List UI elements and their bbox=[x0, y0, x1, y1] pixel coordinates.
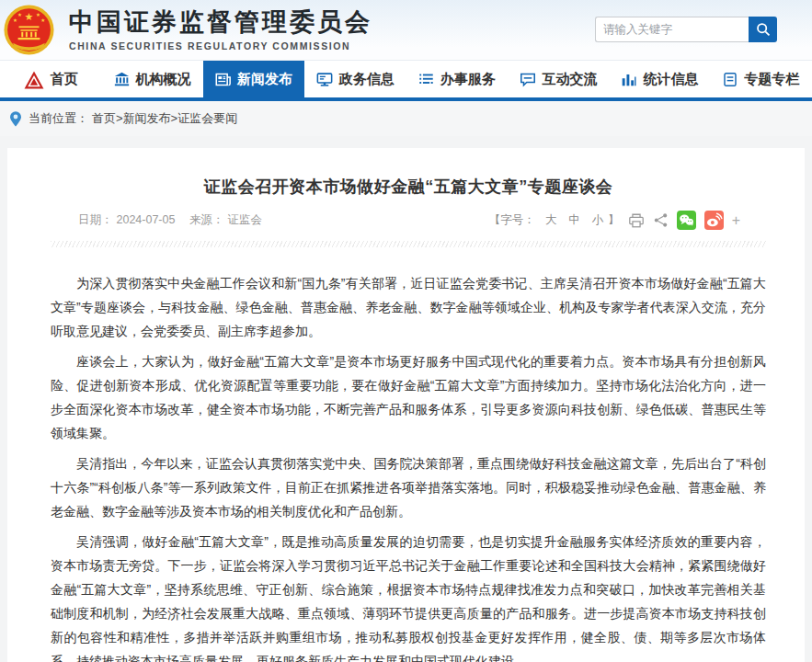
topics-doc-icon bbox=[723, 72, 738, 87]
font-size-medium-button[interactable]: 中 bbox=[568, 212, 580, 228]
weibo-share-icon[interactable] bbox=[704, 211, 724, 230]
article-paragraph: 为深入贯彻落实中央金融工作会议和新“国九条”有关部署，近日证监会党委书记、主席吴… bbox=[51, 271, 766, 343]
nav-item-interaction[interactable]: 互动交流 bbox=[508, 61, 609, 101]
nav-label: 互动交流 bbox=[543, 71, 598, 88]
article-meta-row: 日期：2024-07-05 来源：证监会 【字号： 大 中 小 】 bbox=[51, 211, 766, 230]
font-size-small-button[interactable]: 小 bbox=[592, 212, 604, 228]
nav-item-news[interactable]: 新闻发布 bbox=[203, 61, 304, 101]
csrc-logo-icon bbox=[24, 71, 44, 89]
font-size-prefix: 【字号： bbox=[489, 212, 535, 228]
site-title: 中国证券监督管理委员会 bbox=[69, 8, 372, 37]
nav-label: 专题专栏 bbox=[744, 71, 799, 88]
article-title: 证监会召开资本市场做好金融“五篇大文章”专题座谈会 bbox=[51, 176, 766, 198]
svg-text:★: ★ bbox=[25, 10, 34, 22]
chat-bubble-icon bbox=[520, 72, 536, 87]
nav-item-gov-info[interactable]: 政务信息 bbox=[304, 61, 406, 101]
content-area: 证监会召开资本市场做好金融“五篇大文章”专题座谈会 日期：2024-07-05 … bbox=[0, 148, 812, 662]
nav-label: 办事服务 bbox=[440, 71, 496, 88]
service-list-icon bbox=[418, 72, 434, 87]
svg-text:★: ★ bbox=[13, 17, 17, 23]
separator bbox=[51, 241, 766, 247]
nav-item-statistics[interactable]: 统计信息 bbox=[609, 61, 710, 101]
more-share-button[interactable]: + bbox=[732, 213, 740, 228]
nav-label: 新闻发布 bbox=[237, 71, 292, 88]
newspaper-icon bbox=[215, 72, 231, 87]
print-icon[interactable] bbox=[628, 212, 645, 229]
svg-text:★: ★ bbox=[40, 17, 45, 23]
source-label: 来源： bbox=[189, 213, 224, 226]
share-icon[interactable] bbox=[653, 212, 669, 228]
national-emblem-icon: ★ ★ ★ ★ ★ bbox=[4, 5, 54, 59]
nav-item-about[interactable]: 机构概况 bbox=[101, 61, 202, 101]
search-icon bbox=[756, 22, 771, 37]
site-subtitle: CHINA SECURITIES REGULATORY COMMISSION bbox=[69, 40, 372, 51]
breadcrumb-path[interactable]: 首页>新闻发布>证监会要闻 bbox=[92, 110, 237, 127]
font-size-large-button[interactable]: 大 bbox=[545, 212, 557, 228]
svg-text:★: ★ bbox=[17, 12, 22, 17]
bank-icon bbox=[114, 72, 130, 87]
article-card: 证监会召开资本市场做好金融“五篇大文章”专题座谈会 日期：2024-07-05 … bbox=[7, 148, 805, 662]
nav-label: 首页 bbox=[51, 71, 78, 88]
site-brand: 中国证券监督管理委员会 CHINA SECURITIES REGULATORY … bbox=[69, 8, 372, 51]
bar-chart-icon bbox=[621, 72, 636, 87]
article-paragraph: 吴清强调，做好金融“五篇大文章”，既是推动高质量发展的迫切需要，也是切实提升金融… bbox=[51, 530, 766, 662]
date-label: 日期： bbox=[78, 213, 113, 226]
nav-item-services[interactable]: 办事服务 bbox=[406, 61, 508, 101]
breadcrumb: 当前位置： 首页>新闻发布>证监会要闻 bbox=[0, 101, 812, 136]
article-paragraph: 吴清指出，今年以来，证监会认真贯彻落实党中央、国务院决策部署，重点围绕做好科技金… bbox=[51, 451, 766, 523]
search-box bbox=[595, 17, 777, 42]
breadcrumb-label: 当前位置： bbox=[29, 110, 88, 127]
nav-label: 机构概况 bbox=[136, 71, 191, 88]
search-input[interactable] bbox=[595, 17, 749, 42]
font-size-suffix: 】 bbox=[608, 212, 620, 228]
article-meta-left: 日期：2024-07-05 来源：证监会 bbox=[78, 212, 266, 228]
monitor-icon bbox=[316, 72, 333, 87]
search-button[interactable] bbox=[749, 17, 777, 42]
location-pin-icon bbox=[9, 111, 22, 127]
nav-item-home[interactable]: 首页 bbox=[0, 61, 101, 101]
nav-item-topics[interactable]: 专题专栏 bbox=[711, 61, 812, 101]
date-value: 2024-07-05 bbox=[117, 213, 176, 226]
nav-label: 政务信息 bbox=[339, 71, 395, 88]
site-header: ★ ★ ★ ★ ★ 中国证券监督管理委员会 CHINA SECURITIES R… bbox=[0, 0, 812, 60]
article-paragraph: 座谈会上，大家认为，做好金融“五篇大文章”是资本市场更好服务中国式现代化的重要着… bbox=[51, 349, 766, 445]
source-value: 证监会 bbox=[227, 213, 262, 226]
article-body: 为深入贯彻落实中央金融工作会议和新“国九条”有关部署，近日证监会党委书记、主席吴… bbox=[51, 271, 766, 662]
article-toolbar: 【字号： 大 中 小 】 bbox=[489, 211, 740, 230]
nav-label: 统计信息 bbox=[643, 71, 698, 88]
main-nav: 首页 机构概况 新闻发布 bbox=[0, 60, 812, 101]
wechat-share-icon[interactable] bbox=[677, 211, 696, 230]
